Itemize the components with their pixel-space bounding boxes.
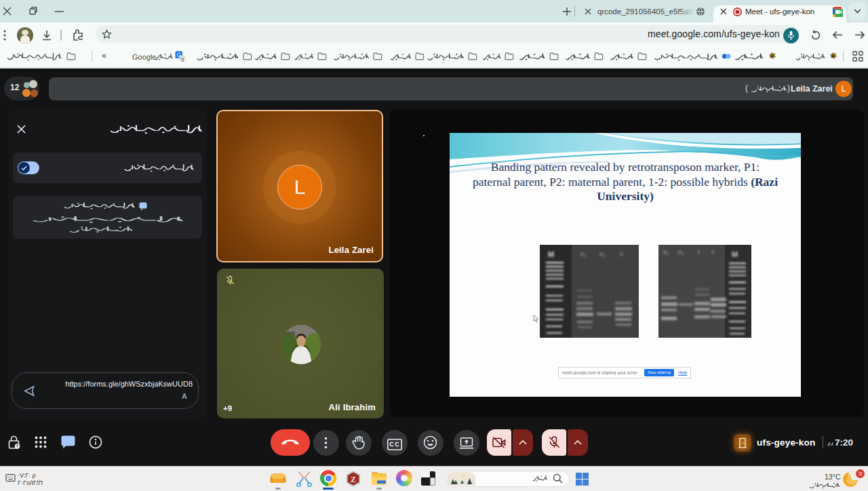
- svg-text:P₁: P₁: [580, 252, 586, 258]
- svg-text:P₂: P₂: [678, 250, 684, 256]
- svg-text:M: M: [732, 250, 738, 258]
- svg-text:1: 1: [697, 249, 701, 255]
- svg-text:M: M: [548, 250, 554, 258]
- svg-text:P₁: P₁: [663, 250, 669, 256]
- svg-text:2: 2: [620, 251, 623, 257]
- svg-text:2: 2: [711, 249, 715, 255]
- svg-text:Z: Z: [351, 475, 356, 484]
- svg-text:P₂: P₂: [599, 252, 605, 258]
- svg-text:g: g: [181, 56, 184, 62]
